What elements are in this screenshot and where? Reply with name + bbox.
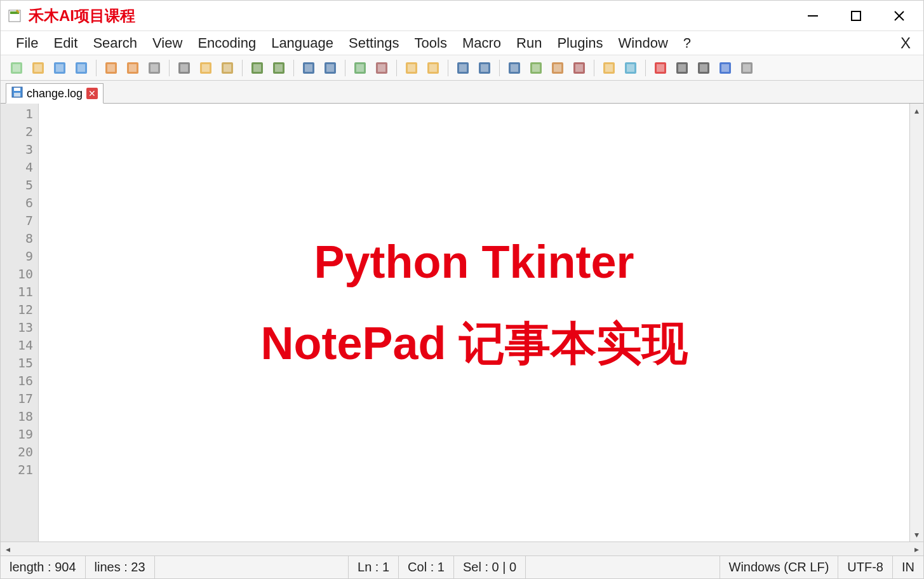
- line-number: 9: [1, 247, 33, 265]
- sync-v-icon[interactable]: [402, 58, 421, 78]
- toolbar-separator: [499, 60, 500, 76]
- save-all-icon[interactable]: [72, 58, 91, 78]
- indent-guide-icon[interactable]: [505, 58, 524, 78]
- svg-rect-3: [852, 11, 860, 20]
- show-all-chars-icon[interactable]: [475, 58, 494, 78]
- titlebar: 禾木AI项目课程: [1, 1, 923, 31]
- status-col: Col : 1: [399, 556, 454, 578]
- editor[interactable]: Python Tkinter NotePad 记事本实现: [39, 104, 909, 542]
- menu-macro[interactable]: Macro: [455, 32, 509, 54]
- menu-run[interactable]: Run: [509, 32, 549, 54]
- print-icon[interactable]: [145, 58, 164, 78]
- svg-rect-57: [627, 64, 634, 72]
- redo-icon[interactable]: [269, 58, 288, 78]
- line-number: 17: [1, 390, 33, 407]
- scroll-right-icon[interactable]: ▸: [909, 542, 923, 555]
- scroll-track[interactable]: [910, 118, 923, 528]
- line-number: 3: [1, 140, 33, 158]
- svg-rect-23: [202, 64, 210, 72]
- word-wrap-icon[interactable]: [453, 58, 472, 78]
- status-ln: Ln : 1: [349, 556, 399, 578]
- svg-rect-11: [56, 64, 64, 72]
- svg-rect-33: [326, 64, 334, 72]
- menu-language[interactable]: Language: [264, 32, 341, 54]
- play-macro-icon[interactable]: [694, 58, 713, 78]
- tabbar: change.log ✕: [1, 81, 923, 104]
- menu-view[interactable]: View: [145, 32, 190, 54]
- zoom-out-icon[interactable]: [372, 58, 391, 78]
- fold-all-icon[interactable]: [526, 58, 546, 78]
- doc-map-icon[interactable]: [548, 58, 567, 78]
- tab-change-log[interactable]: change.log ✕: [6, 83, 104, 104]
- vertical-scrollbar[interactable]: ▴ ▾: [909, 104, 923, 542]
- stop-macro-icon[interactable]: [673, 58, 692, 78]
- folder-workspace-icon[interactable]: [599, 58, 619, 78]
- menu-file[interactable]: File: [8, 32, 46, 54]
- maximize-button[interactable]: [837, 3, 875, 29]
- svg-rect-27: [253, 64, 261, 72]
- sync-h-icon[interactable]: [424, 58, 443, 78]
- svg-rect-65: [721, 64, 729, 72]
- scroll-track-h[interactable]: [15, 542, 909, 555]
- tab-label: change.log: [27, 87, 83, 100]
- menu-search[interactable]: Search: [85, 32, 145, 54]
- tab-close-icon[interactable]: ✕: [86, 88, 98, 99]
- save-macro-icon[interactable]: [737, 58, 756, 78]
- svg-rect-59: [657, 64, 664, 72]
- find-icon[interactable]: [299, 58, 318, 78]
- undo-icon[interactable]: [248, 58, 267, 78]
- fast-forward-icon[interactable]: [716, 58, 735, 78]
- toolbar-separator: [645, 60, 646, 76]
- line-number: 12: [1, 301, 33, 318]
- menu-tools[interactable]: Tools: [407, 32, 455, 54]
- menu-settings[interactable]: Settings: [341, 32, 407, 54]
- menu-help[interactable]: ?: [676, 32, 699, 54]
- horizontal-scrollbar[interactable]: ◂ ▸: [1, 542, 923, 555]
- svg-rect-29: [275, 64, 283, 72]
- close-file-icon[interactable]: [102, 58, 121, 78]
- status-eol: Windows (CR LF): [720, 556, 839, 578]
- menu-encoding[interactable]: Encoding: [190, 32, 264, 54]
- record-macro-icon[interactable]: [651, 58, 670, 78]
- minimize-button[interactable]: [794, 3, 832, 29]
- menu-plugins[interactable]: Plugins: [549, 32, 610, 54]
- statusbar: length : 904 lines : 23 Ln : 1 Col : 1 S…: [1, 555, 923, 578]
- close-button[interactable]: [880, 3, 918, 29]
- save-icon[interactable]: [50, 58, 69, 78]
- new-file-icon[interactable]: [7, 58, 26, 78]
- menubar: File Edit Search View Encoding Language …: [1, 31, 923, 55]
- menu-edit[interactable]: Edit: [46, 32, 85, 54]
- window-controls: [794, 3, 918, 29]
- open-file-icon[interactable]: [29, 58, 48, 78]
- svg-rect-21: [180, 64, 188, 72]
- line-number: 20: [1, 443, 33, 461]
- svg-rect-25: [224, 64, 231, 72]
- copy-icon[interactable]: [196, 58, 215, 78]
- paste-icon[interactable]: [218, 58, 237, 78]
- monitor-icon[interactable]: [621, 58, 640, 78]
- toolbar-separator: [345, 60, 345, 76]
- toolbar-separator: [396, 60, 397, 76]
- line-number: 16: [1, 372, 33, 390]
- zoom-in-icon[interactable]: [351, 58, 370, 78]
- toolbar-separator: [96, 60, 97, 76]
- svg-rect-55: [605, 64, 613, 72]
- svg-rect-35: [356, 64, 364, 72]
- line-number: 15: [1, 354, 33, 372]
- menu-window[interactable]: Window: [611, 32, 676, 54]
- close-all-icon[interactable]: [123, 58, 142, 78]
- scroll-left-icon[interactable]: ◂: [1, 542, 15, 555]
- svg-rect-63: [700, 64, 707, 72]
- scroll-up-icon[interactable]: ▴: [910, 104, 923, 118]
- function-list-icon[interactable]: [570, 58, 589, 78]
- scroll-down-icon[interactable]: ▾: [910, 528, 923, 542]
- svg-rect-15: [107, 64, 115, 72]
- svg-rect-70: [14, 93, 20, 97]
- cut-icon[interactable]: [175, 58, 194, 78]
- menubar-close-button[interactable]: X: [895, 34, 916, 52]
- line-number: 10: [1, 265, 33, 283]
- status-lines: lines : 23: [86, 556, 155, 578]
- window-title: 禾木AI项目课程: [29, 6, 794, 26]
- svg-rect-43: [459, 64, 467, 72]
- replace-icon[interactable]: [321, 58, 340, 78]
